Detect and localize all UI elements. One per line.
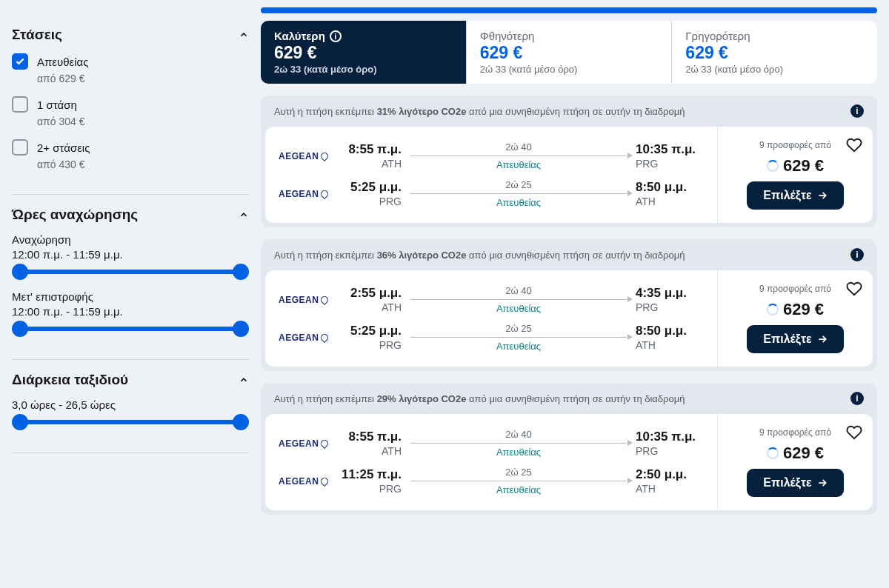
slider-track[interactable]: [19, 420, 242, 424]
sort-tab-sub: 2ώ 33 (κατά μέσο όρο): [274, 64, 453, 75]
slider-range: 3,0 ώρες - 26,5 ώρες: [12, 398, 249, 411]
filter-stops-header[interactable]: Στάσεις: [12, 27, 249, 43]
offers-text: 9 προσφορές από: [759, 427, 831, 438]
slider-thumb-max[interactable]: [233, 264, 249, 280]
flight-leg: AEGEAN 5:25 μ.μ. PRG 2ώ 25 Απευθείας 8:5…: [265, 318, 717, 356]
flight-line-icon: [410, 443, 627, 444]
sort-tab[interactable]: Καλύτερη i 629 € 2ώ 33 (κατά μέσο όρο): [261, 21, 467, 84]
sort-tab-sub: 2ώ 33 (κατά μέσο όρο): [685, 64, 864, 75]
flight-legs: AEGEAN 8:55 π.μ. ATH 2ώ 40 Απευθείας 10:…: [265, 127, 717, 223]
slider-label: Μετ' επιστροφής: [12, 290, 249, 303]
departure-time: 2:55 μ.μ.: [333, 286, 402, 301]
departure-time: 5:25 μ.μ.: [333, 180, 402, 195]
chevron-up-icon: [239, 375, 249, 385]
filter-times-title: Ώρες αναχώρησης: [12, 207, 138, 223]
flight-direct: Απευθείας: [410, 159, 627, 170]
filter-duration-title: Διάρκεια ταξιδιού: [12, 372, 128, 388]
flight-duration: 2ώ 25: [410, 467, 627, 478]
select-button[interactable]: Επιλέξτε: [747, 325, 843, 353]
checkbox-sub: από 430 €: [37, 158, 249, 170]
arrival-block: 8:50 μ.μ. ATH: [636, 180, 704, 207]
checkbox[interactable]: [12, 96, 28, 113]
heart-icon[interactable]: [846, 281, 862, 300]
slider-track[interactable]: [19, 327, 242, 331]
flight-line-icon: [410, 337, 627, 338]
departure-code: ATH: [333, 158, 402, 170]
spinner-icon: [767, 304, 779, 315]
price: 629 €: [783, 300, 824, 319]
filter-duration-header[interactable]: Διάρκεια ταξιδιού: [12, 372, 249, 388]
departure-block: 11:25 π.μ. PRG: [333, 467, 402, 495]
price: 629 €: [783, 444, 824, 463]
arrival-code: PRG: [636, 301, 704, 313]
info-icon[interactable]: i: [850, 248, 864, 261]
price-section: 9 προσφορές από 629 € Επιλέξτε: [717, 270, 873, 367]
arrival-block: 10:35 π.μ. PRG: [636, 430, 704, 457]
heart-icon[interactable]: [846, 137, 862, 156]
select-button[interactable]: Επιλέξτε: [747, 469, 843, 497]
filter-duration: Διάρκεια ταξιδιού 3,0 ώρες - 26,5 ώρες: [12, 360, 249, 453]
filters-sidebar: Στάσεις Απευθείας από 629 € 1 στάση από …: [12, 0, 249, 527]
slider-range: 12:00 π.μ. - 11:59 μ.μ.: [12, 248, 249, 261]
flight-body: AEGEAN 2:55 μ.μ. ATH 2ώ 40 Απευθείας 4:3…: [265, 270, 873, 367]
slider-track[interactable]: [19, 270, 242, 274]
flight-direct: Απευθείας: [410, 303, 627, 314]
checkbox-label: 1 στάση: [37, 98, 77, 111]
checkbox[interactable]: [12, 53, 28, 70]
flight-path: 2ώ 25 Απευθείας: [402, 179, 636, 208]
progress-bar: [261, 7, 877, 13]
flight-line-icon: [410, 481, 627, 481]
departure-block: 2:55 μ.μ. ATH: [333, 286, 402, 313]
departure-code: ATH: [333, 445, 402, 457]
offers-text: 9 προσφορές από: [759, 284, 831, 294]
checkbox[interactable]: [12, 139, 28, 156]
airline-logo: AEGEAN: [279, 295, 333, 305]
price-row: 629 €: [767, 444, 824, 463]
sort-tab-title: Φθηνότερη: [480, 30, 659, 42]
sort-tab[interactable]: Γρηγορότερη 629 € 2ώ 33 (κατά μέσο όρο): [672, 21, 877, 84]
results-main: Καλύτερη i 629 € 2ώ 33 (κατά μέσο όρο)Φθ…: [261, 0, 877, 527]
airline-logo: AEGEAN: [279, 476, 333, 487]
slider-thumb-min[interactable]: [12, 321, 28, 337]
slider-thumb-max[interactable]: [233, 414, 249, 430]
eco-text: Αυτή η πτήση εκπέμπει 31% λιγότερο CO2e …: [274, 106, 685, 117]
price-section: 9 προσφορές από 629 € Επιλέξτε: [717, 414, 873, 510]
sort-tab-title: Γρηγορότερη: [685, 30, 864, 42]
flight-duration: 2ώ 40: [410, 285, 627, 296]
flight-path: 2ώ 40 Απευθείας: [402, 285, 636, 314]
departure-block: 8:55 π.μ. ATH: [333, 430, 402, 457]
flight-path: 2ώ 40 Απευθείας: [402, 141, 636, 170]
arrival-time: 8:50 μ.μ.: [636, 180, 704, 195]
select-button[interactable]: Επιλέξτε: [747, 181, 843, 210]
departure-block: 5:25 μ.μ. PRG: [333, 324, 402, 351]
info-icon[interactable]: i: [850, 104, 864, 118]
return-time-slider: Μετ' επιστροφής 12:00 π.μ. - 11:59 μ.μ.: [12, 290, 249, 331]
flight-card: Αυτή η πτήση εκπέμπει 36% λιγότερο CO2e …: [261, 239, 877, 371]
arrival-block: 8:50 μ.μ. ATH: [636, 324, 704, 351]
departure-time: 11:25 π.μ.: [333, 467, 402, 482]
departure-block: 5:25 μ.μ. PRG: [333, 180, 402, 207]
slider-thumb-max[interactable]: [233, 321, 249, 337]
sort-tab-price: 629 €: [685, 43, 864, 63]
sort-tab-price: 629 €: [274, 43, 453, 63]
flight-leg: AEGEAN 5:25 μ.μ. PRG 2ώ 25 Απευθείας 8:5…: [265, 175, 717, 213]
sort-tab-title: Καλύτερη i: [274, 30, 453, 42]
arrival-time: 2:50 μ.μ.: [636, 467, 704, 482]
checkbox-label: 2+ στάσεις: [37, 141, 90, 154]
info-icon[interactable]: i: [850, 392, 864, 405]
slider-thumb-min[interactable]: [12, 264, 28, 280]
flight-direct: Απευθείας: [410, 197, 627, 208]
filter-times: Ώρες αναχώρησης Αναχώρηση 12:00 π.μ. - 1…: [12, 195, 249, 360]
stops-option[interactable]: Απευθείας: [12, 53, 249, 70]
slider-thumb-min[interactable]: [12, 414, 28, 430]
stops-option[interactable]: 1 στάση: [12, 96, 249, 113]
heart-icon[interactable]: [846, 424, 862, 444]
flight-legs: AEGEAN 2:55 μ.μ. ATH 2ώ 40 Απευθείας 4:3…: [265, 270, 717, 367]
stops-option[interactable]: 2+ στάσεις: [12, 139, 249, 156]
sort-tab-sub: 2ώ 33 (κατά μέσο όρο): [480, 64, 659, 75]
filter-times-header[interactable]: Ώρες αναχώρησης: [12, 207, 249, 223]
departure-time: 5:25 μ.μ.: [333, 324, 402, 338]
arrival-time: 10:35 π.μ.: [636, 430, 704, 444]
checkbox-label: Απευθείας: [37, 56, 89, 68]
sort-tab[interactable]: Φθηνότερη 629 € 2ώ 33 (κατά μέσο όρο): [467, 21, 673, 84]
